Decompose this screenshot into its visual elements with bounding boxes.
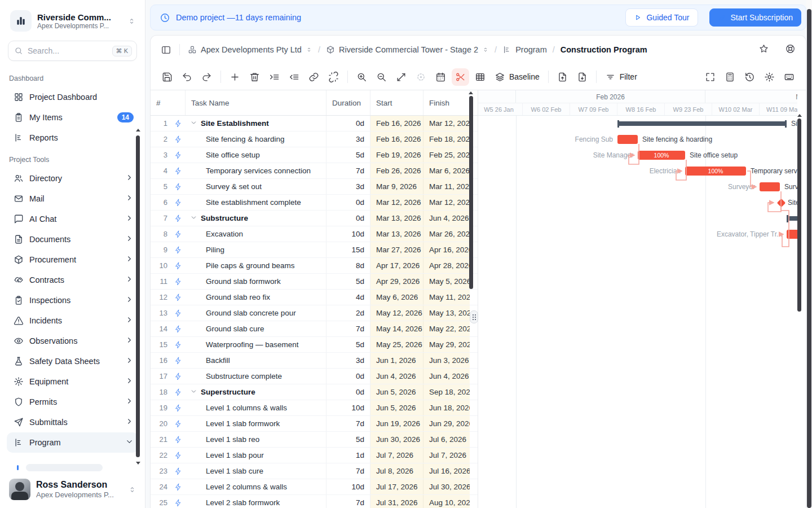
finish-date-cell[interactable]: Mar 11, 2026 — [423, 179, 470, 194]
task-row-3[interactable]: 3Site office setup5dFeb 19, 2026Feb 25, … — [151, 147, 478, 163]
task-row-14[interactable]: 14Ground slab cure7dMay 14, 2026May 22, … — [151, 321, 478, 337]
start-date-cell[interactable]: Jun 5, 2026 — [370, 384, 423, 400]
start-date-cell[interactable]: Mar 13, 2026 — [370, 226, 423, 242]
sidebar-item-documents[interactable]: Documents — [7, 229, 138, 249]
finish-date-cell[interactable]: May 22, 2026 — [423, 321, 470, 336]
column-header-duration[interactable]: Duration — [326, 90, 370, 115]
start-date-cell[interactable]: May 12, 2026 — [370, 305, 423, 321]
start-date-cell[interactable]: Jul 17, 2026 — [370, 479, 423, 494]
finish-date-cell[interactable]: Apr 28, 2026 — [423, 258, 470, 273]
start-date-cell[interactable]: Mar 13, 2026 — [370, 211, 423, 226]
sidebar-item-incidents[interactable]: Incidents — [7, 310, 138, 331]
start-date-cell[interactable]: Mar 9, 2026 — [370, 179, 423, 194]
finish-date-cell[interactable]: Jun 4, 2026 — [423, 369, 470, 384]
finish-date-cell[interactable]: May 11, 2026 — [423, 290, 470, 305]
task-row-24[interactable]: 24Level 2 columns & walls10dJul 17, 2026… — [151, 479, 478, 495]
task-row-15[interactable]: 15Waterproofing — basement5dMay 25, 2026… — [151, 337, 478, 353]
finish-date-cell[interactable]: May 29, 2026 — [423, 337, 470, 352]
column-header-finish[interactable]: Finish — [423, 90, 470, 115]
task-bar[interactable]: 100% — [638, 151, 685, 160]
sidebar-item-equipment[interactable]: Equipment — [7, 371, 138, 392]
start-date-cell[interactable]: Jun 1, 2026 — [370, 353, 423, 368]
start-date-cell[interactable]: Apr 29, 2026 — [370, 274, 423, 289]
link-button[interactable] — [305, 68, 323, 86]
layers-button[interactable]: Baseline — [491, 68, 543, 86]
breadcrumb-construction-program[interactable]: Construction Program — [561, 45, 647, 54]
gear-button[interactable] — [761, 68, 778, 86]
gantt-scrollbar[interactable] — [797, 119, 801, 312]
sidebar-item-ai-chat[interactable]: AI Chat — [7, 209, 138, 229]
plus-button[interactable] — [226, 68, 244, 86]
summary-bar[interactable] — [787, 216, 797, 221]
finish-date-cell[interactable]: Jun 18, 2026 — [423, 400, 470, 415]
history-button[interactable] — [741, 68, 758, 86]
breadcrumb-apex-developments-pty-ltd[interactable]: Apex Developments Pty Ltd — [188, 45, 312, 54]
finish-date-cell[interactable]: Apr 16, 2026 — [423, 242, 470, 257]
start-date-cell[interactable]: Jun 5, 2026 — [370, 400, 423, 415]
task-row-2[interactable]: 2Site fencing & hoarding3dFeb 16, 2026Fe… — [151, 132, 478, 147]
task-row-11[interactable]: 11Ground slab formwork5dApr 29, 2026May … — [151, 274, 478, 290]
task-row-22[interactable]: 22Level 1 slab pour1dJul 7, 2026Jul 7, 2… — [151, 448, 478, 463]
sidebar-item-my-items[interactable]: My Items14 — [7, 107, 138, 128]
finish-date-cell[interactable]: Feb 18, 2026 — [423, 132, 470, 147]
sidebar-item-permits[interactable]: Permits — [7, 392, 138, 412]
gantt-scroll-up[interactable] — [797, 114, 802, 117]
finish-date-cell[interactable]: Mar 6, 2026 — [423, 163, 470, 178]
task-bar[interactable] — [617, 135, 638, 144]
star-button[interactable] — [758, 43, 769, 56]
start-date-cell[interactable]: Jun 30, 2026 — [370, 432, 423, 447]
task-row-18[interactable]: 18Superstructure0dJun 5, 2026Sep 18, 202… — [151, 384, 478, 400]
task-row-4[interactable]: 4Temporary services connection7dFeb 26, … — [151, 163, 478, 179]
start-date-cell[interactable]: May 6, 2026 — [370, 290, 423, 305]
task-row-5[interactable]: 5Survey & set out3dMar 9, 2026Mar 11, 20… — [151, 179, 478, 195]
finish-date-cell[interactable]: Jun 3, 2026 — [423, 353, 470, 368]
table-grid-button[interactable] — [471, 68, 489, 86]
finish-date-cell[interactable]: Jun 29, 2026 — [423, 416, 470, 431]
grid-scrollbar[interactable] — [469, 96, 473, 289]
column-header-num[interactable]: # — [151, 90, 186, 115]
start-date-cell[interactable]: Jul 7, 2026 — [370, 448, 423, 463]
task-row-23[interactable]: 23Level 1 slab cure7dJul 8, 2026Jul 16, … — [151, 463, 478, 479]
sidebar-item-submittals[interactable]: Submittals — [7, 412, 138, 432]
file-up-button[interactable] — [554, 68, 571, 86]
start-date-cell[interactable]: Feb 26, 2026 — [370, 163, 423, 178]
window-scrollbar[interactable] — [807, 9, 811, 508]
sidebar-toggle-button[interactable] — [161, 45, 171, 55]
task-row-25[interactable]: 25Level 2 slab formwork7dJul 31, 2026Aug… — [151, 495, 478, 508]
finish-date-cell[interactable]: May 13, 2026 — [423, 305, 470, 321]
task-row-8[interactable]: 8Excavation10dMar 13, 2026Mar 26, 2026 — [151, 226, 478, 242]
sidebar-item-reports[interactable]: Reports — [7, 128, 138, 148]
task-row-9[interactable]: 9Piling15dMar 27, 2026Apr 16, 2026 — [151, 242, 478, 258]
program-subitem[interactable] — [26, 464, 103, 471]
start-subscription-button[interactable]: Start Subscription — [709, 8, 802, 27]
breadcrumb-program[interactable]: Program — [502, 45, 547, 54]
expand-button[interactable] — [392, 68, 410, 86]
filter-lines-button[interactable]: Filter — [602, 68, 641, 86]
start-date-cell[interactable]: Feb 19, 2026 — [370, 147, 423, 163]
finish-date-cell[interactable]: Mar 12, 2026 — [423, 195, 470, 210]
zoom-in-button[interactable] — [353, 68, 370, 86]
save-button[interactable] — [158, 68, 176, 86]
breadcrumb-riverside-commercial-tower-stage-2[interactable]: Riverside Commercial Tower - Stage 2 — [326, 45, 489, 54]
start-date-cell[interactable]: Jun 19, 2026 — [370, 416, 423, 431]
task-row-16[interactable]: 16Backfill3dJun 1, 2026Jun 3, 2026 — [151, 353, 478, 369]
finish-date-cell[interactable]: Aug 10, 2026 — [423, 495, 470, 508]
finish-date-cell[interactable]: Mar 12, 2026 — [423, 116, 470, 131]
maximize-button[interactable] — [701, 68, 719, 86]
keyboard-button[interactable] — [780, 68, 798, 86]
finish-date-cell[interactable]: May 5, 2026 — [423, 274, 470, 289]
task-row-21[interactable]: 21Level 1 slab reo5dJun 30, 2026Jul 6, 2… — [151, 432, 478, 448]
start-date-cell[interactable]: Jun 4, 2026 — [370, 369, 423, 384]
unlink-button[interactable] — [325, 68, 342, 86]
sidebar-item-directory[interactable]: Directory — [7, 168, 138, 189]
calendar-button[interactable] — [432, 68, 449, 86]
sidebar-item-procurement[interactable]: Procurement — [7, 249, 138, 270]
milestone-diamond[interactable] — [776, 198, 785, 207]
start-date-cell[interactable]: Apr 17, 2026 — [370, 258, 423, 273]
task-row-19[interactable]: 19Level 1 columns & walls10dJun 5, 2026J… — [151, 400, 478, 416]
column-header-task-name[interactable]: Task Name — [186, 90, 326, 115]
summary-bar[interactable] — [617, 121, 787, 126]
life-buoy-button[interactable] — [785, 43, 796, 56]
finish-date-cell[interactable]: Mar 26, 2026 — [423, 226, 470, 242]
calculator-button[interactable] — [721, 68, 739, 86]
